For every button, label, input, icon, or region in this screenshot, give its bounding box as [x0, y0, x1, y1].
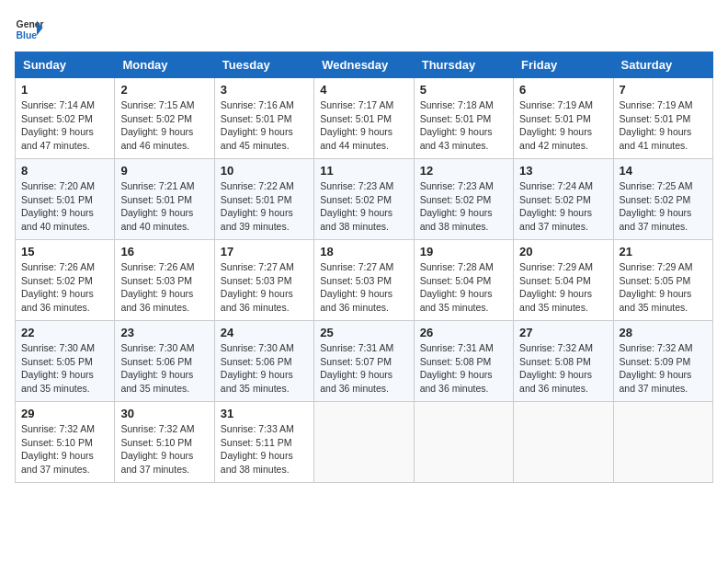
day-number: 2 — [120, 83, 208, 97]
calendar-cell: 2Sunrise: 7:15 AMSunset: 5:02 PMDaylight… — [115, 78, 214, 159]
day-info: Sunrise: 7:24 AMSunset: 5:02 PMDaylight:… — [519, 179, 607, 234]
calendar-cell: 5Sunrise: 7:18 AMSunset: 5:01 PMDaylight… — [414, 78, 513, 159]
calendar-cell: 25Sunrise: 7:31 AMSunset: 5:07 PMDayligh… — [314, 321, 414, 402]
calendar-cell: 28Sunrise: 7:32 AMSunset: 5:09 PMDayligh… — [613, 321, 712, 402]
day-number: 4 — [320, 83, 407, 97]
calendar-cell — [514, 402, 613, 483]
day-number: 30 — [120, 407, 208, 420]
day-number: 7 — [620, 83, 707, 97]
day-info: Sunrise: 7:31 AMSunset: 5:07 PMDaylight:… — [320, 341, 407, 396]
week-row-1: 1Sunrise: 7:14 AMSunset: 5:02 PMDaylight… — [16, 78, 713, 159]
day-number: 29 — [21, 407, 108, 420]
calendar-cell: 31Sunrise: 7:33 AMSunset: 5:11 PMDayligh… — [214, 402, 313, 483]
day-info: Sunrise: 7:31 AMSunset: 5:08 PMDaylight:… — [420, 341, 507, 396]
day-number: 6 — [519, 83, 607, 97]
logo-icon: General Blue — [15, 15, 44, 44]
day-info: Sunrise: 7:33 AMSunset: 5:11 PMDaylight:… — [221, 422, 308, 477]
calendar-cell: 17Sunrise: 7:27 AMSunset: 5:03 PMDayligh… — [214, 240, 313, 321]
day-number: 22 — [21, 326, 108, 339]
day-info: Sunrise: 7:30 AMSunset: 5:06 PMDaylight:… — [221, 341, 308, 396]
day-info: Sunrise: 7:16 AMSunset: 5:01 PMDaylight:… — [221, 98, 308, 153]
day-info: Sunrise: 7:18 AMSunset: 5:01 PMDaylight:… — [420, 98, 507, 153]
day-number: 16 — [120, 245, 208, 259]
calendar-table: SundayMondayTuesdayWednesdayThursdayFrid… — [15, 52, 713, 483]
week-row-4: 22Sunrise: 7:30 AMSunset: 5:05 PMDayligh… — [16, 321, 713, 402]
calendar-cell: 13Sunrise: 7:24 AMSunset: 5:02 PMDayligh… — [514, 159, 613, 240]
day-number: 3 — [221, 83, 308, 97]
day-info: Sunrise: 7:14 AMSunset: 5:02 PMDaylight:… — [21, 98, 108, 153]
calendar-cell: 22Sunrise: 7:30 AMSunset: 5:05 PMDayligh… — [16, 321, 115, 402]
day-info: Sunrise: 7:32 AMSunset: 5:10 PMDaylight:… — [21, 422, 108, 477]
day-info: Sunrise: 7:19 AMSunset: 5:01 PMDaylight:… — [519, 98, 607, 153]
day-number: 15 — [21, 245, 108, 259]
day-info: Sunrise: 7:22 AMSunset: 5:01 PMDaylight:… — [221, 179, 308, 234]
day-info: Sunrise: 7:19 AMSunset: 5:01 PMDaylight:… — [620, 98, 707, 153]
day-number: 10 — [221, 164, 308, 178]
day-header-saturday: Saturday — [613, 52, 712, 78]
day-header-friday: Friday — [514, 52, 613, 78]
day-number: 26 — [420, 326, 507, 339]
day-header-monday: Monday — [115, 52, 214, 78]
calendar-cell: 14Sunrise: 7:25 AMSunset: 5:02 PMDayligh… — [613, 159, 712, 240]
calendar-cell: 16Sunrise: 7:26 AMSunset: 5:03 PMDayligh… — [115, 240, 214, 321]
calendar-cell: 12Sunrise: 7:23 AMSunset: 5:02 PMDayligh… — [414, 159, 513, 240]
day-info: Sunrise: 7:25 AMSunset: 5:02 PMDaylight:… — [620, 179, 707, 234]
day-number: 11 — [320, 164, 407, 178]
day-number: 1 — [21, 83, 108, 97]
week-row-5: 29Sunrise: 7:32 AMSunset: 5:10 PMDayligh… — [16, 402, 713, 483]
svg-text:Blue: Blue — [17, 30, 38, 40]
day-info: Sunrise: 7:21 AMSunset: 5:01 PMDaylight:… — [120, 179, 208, 234]
calendar-cell: 19Sunrise: 7:28 AMSunset: 5:04 PMDayligh… — [414, 240, 513, 321]
day-number: 21 — [620, 245, 707, 259]
day-number: 9 — [120, 164, 208, 178]
day-info: Sunrise: 7:30 AMSunset: 5:06 PMDaylight:… — [120, 341, 208, 396]
calendar-cell: 6Sunrise: 7:19 AMSunset: 5:01 PMDaylight… — [514, 78, 613, 159]
calendar-cell: 20Sunrise: 7:29 AMSunset: 5:04 PMDayligh… — [514, 240, 613, 321]
day-info: Sunrise: 7:26 AMSunset: 5:03 PMDaylight:… — [120, 260, 208, 315]
day-number: 18 — [320, 245, 407, 259]
day-info: Sunrise: 7:30 AMSunset: 5:05 PMDaylight:… — [21, 341, 108, 396]
day-info: Sunrise: 7:32 AMSunset: 5:10 PMDaylight:… — [120, 422, 208, 477]
day-number: 23 — [120, 326, 208, 339]
calendar-cell: 21Sunrise: 7:29 AMSunset: 5:05 PMDayligh… — [613, 240, 712, 321]
calendar-cell: 26Sunrise: 7:31 AMSunset: 5:08 PMDayligh… — [414, 321, 513, 402]
day-number: 25 — [320, 326, 407, 339]
calendar-cell: 3Sunrise: 7:16 AMSunset: 5:01 PMDaylight… — [214, 78, 313, 159]
calendar-cell — [414, 402, 513, 483]
day-header-wednesday: Wednesday — [314, 52, 414, 78]
page-header: General Blue — [15, 15, 713, 44]
day-number: 24 — [221, 326, 308, 339]
day-info: Sunrise: 7:20 AMSunset: 5:01 PMDaylight:… — [21, 179, 108, 234]
day-info: Sunrise: 7:27 AMSunset: 5:03 PMDaylight:… — [221, 260, 308, 315]
day-number: 27 — [519, 326, 607, 339]
day-number: 5 — [420, 83, 507, 97]
calendar-cell — [314, 402, 414, 483]
day-number: 13 — [519, 164, 607, 178]
calendar-cell: 4Sunrise: 7:17 AMSunset: 5:01 PMDaylight… — [314, 78, 414, 159]
day-number: 12 — [420, 164, 507, 178]
day-number: 31 — [221, 407, 308, 420]
calendar-cell — [613, 402, 712, 483]
calendar-cell: 8Sunrise: 7:20 AMSunset: 5:01 PMDaylight… — [16, 159, 115, 240]
day-number: 14 — [620, 164, 707, 178]
day-info: Sunrise: 7:32 AMSunset: 5:08 PMDaylight:… — [519, 341, 607, 396]
day-number: 8 — [21, 164, 108, 178]
calendar-cell: 10Sunrise: 7:22 AMSunset: 5:01 PMDayligh… — [214, 159, 313, 240]
day-info: Sunrise: 7:27 AMSunset: 5:03 PMDaylight:… — [320, 260, 407, 315]
day-number: 17 — [221, 245, 308, 259]
day-header-tuesday: Tuesday — [214, 52, 313, 78]
calendar-cell: 24Sunrise: 7:30 AMSunset: 5:06 PMDayligh… — [214, 321, 313, 402]
calendar-cell: 27Sunrise: 7:32 AMSunset: 5:08 PMDayligh… — [514, 321, 613, 402]
day-header-sunday: Sunday — [16, 52, 115, 78]
day-info: Sunrise: 7:26 AMSunset: 5:02 PMDaylight:… — [21, 260, 108, 315]
day-header-thursday: Thursday — [414, 52, 513, 78]
day-info: Sunrise: 7:29 AMSunset: 5:04 PMDaylight:… — [519, 260, 607, 315]
logo: General Blue — [15, 15, 44, 44]
day-info: Sunrise: 7:17 AMSunset: 5:01 PMDaylight:… — [320, 98, 407, 153]
day-info: Sunrise: 7:23 AMSunset: 5:02 PMDaylight:… — [320, 179, 407, 234]
calendar-cell: 18Sunrise: 7:27 AMSunset: 5:03 PMDayligh… — [314, 240, 414, 321]
calendar-cell: 15Sunrise: 7:26 AMSunset: 5:02 PMDayligh… — [16, 240, 115, 321]
calendar-cell: 30Sunrise: 7:32 AMSunset: 5:10 PMDayligh… — [115, 402, 214, 483]
calendar-cell: 23Sunrise: 7:30 AMSunset: 5:06 PMDayligh… — [115, 321, 214, 402]
day-info: Sunrise: 7:32 AMSunset: 5:09 PMDaylight:… — [620, 341, 707, 396]
